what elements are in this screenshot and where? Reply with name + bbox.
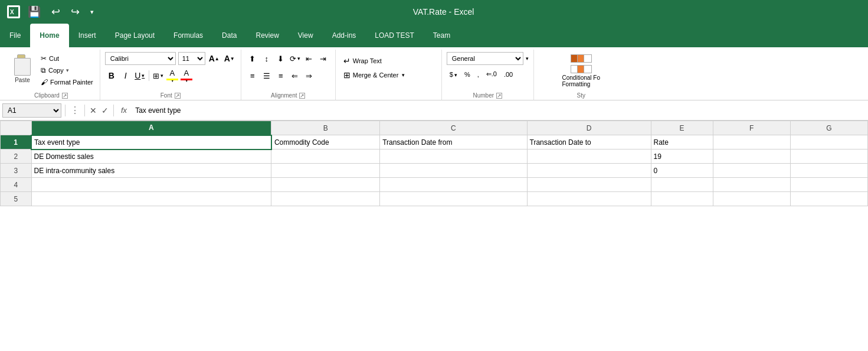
row-num-4[interactable]: 4 [1, 178, 32, 192]
col-header-d[interactable]: D [527, 121, 651, 135]
tab-insert[interactable]: Insert [69, 24, 106, 47]
cell-g3[interactable] [790, 164, 867, 178]
tab-review[interactable]: Review [246, 24, 288, 47]
col-header-b[interactable]: B [271, 121, 380, 135]
decrease-font-button[interactable]: A▼ [223, 52, 236, 65]
italic-button[interactable]: I [119, 69, 132, 82]
cell-f2[interactable] [713, 150, 790, 164]
tab-addins[interactable]: Add-ins [323, 24, 366, 47]
cell-e3[interactable]: 0 [651, 164, 713, 178]
tab-loadtest[interactable]: LOAD TEST [365, 24, 423, 47]
cell-a1[interactable]: Tax event type [31, 135, 271, 150]
indent-increase-button[interactable]: ⇥ [317, 52, 330, 65]
col-header-e[interactable]: E [651, 121, 713, 135]
cell-a4[interactable] [31, 178, 271, 192]
merge-center-button[interactable]: ⊞ Merge & Center ▾ [340, 69, 437, 82]
cell-b2[interactable] [271, 150, 380, 164]
formula-input[interactable] [133, 103, 866, 118]
undo-button[interactable]: ↩ [48, 4, 63, 20]
tab-team[interactable]: Team [424, 24, 460, 47]
indent-decrease-button[interactable]: ⇤ [303, 52, 316, 65]
cell-f5[interactable] [713, 192, 790, 206]
cell-f3[interactable] [713, 164, 790, 178]
cell-g4[interactable] [790, 178, 867, 192]
cancel-formula-button[interactable]: ✕ [89, 105, 98, 116]
align-bottom-button[interactable]: ⬇ [274, 52, 287, 65]
align-top-button[interactable]: ⬆ [246, 52, 259, 65]
format-painter-button[interactable]: 🖌 Format Painter [39, 77, 95, 87]
wrap-text-button[interactable]: ↵ Wrap Text [340, 54, 437, 67]
orientation-button[interactable]: ⟳▾ [289, 52, 302, 65]
cell-c3[interactable] [380, 164, 527, 178]
cell-b3[interactable] [271, 164, 380, 178]
number-expand-icon[interactable]: ↗ [496, 93, 502, 99]
cut-button[interactable]: ✂ Cut [39, 53, 95, 64]
cell-c2[interactable] [380, 150, 527, 164]
cell-e4[interactable] [651, 178, 713, 192]
cell-d2[interactable] [527, 150, 651, 164]
alignment-expand-icon[interactable]: ↗ [299, 93, 305, 99]
bold-button[interactable]: B [105, 69, 118, 82]
col-header-a[interactable]: A [31, 121, 271, 135]
cell-e2[interactable]: 19 [651, 150, 713, 164]
increase-indent-button[interactable]: ⇒ [303, 69, 316, 82]
increase-decimal-button[interactable]: .00 [501, 69, 516, 80]
comma-button[interactable]: , [474, 69, 482, 80]
number-format-select[interactable]: General [447, 52, 523, 65]
decrease-indent-button[interactable]: ⇐ [289, 69, 302, 82]
increase-font-button[interactable]: A▲ [208, 52, 221, 65]
percent-button[interactable]: % [461, 69, 473, 80]
cell-f4[interactable] [713, 178, 790, 192]
font-color-button[interactable]: A ▾ [180, 69, 193, 82]
cell-a5[interactable] [31, 192, 271, 206]
col-header-f[interactable]: F [713, 121, 790, 135]
font-size-select[interactable]: 11 [178, 52, 205, 65]
tab-formulas[interactable]: Formulas [164, 24, 212, 47]
cell-d1[interactable]: Transaction Date to [527, 135, 651, 150]
row-num-1[interactable]: 1 [1, 135, 32, 150]
save-button[interactable]: 💾 [25, 4, 44, 20]
row-num-2[interactable]: 2 [1, 150, 32, 164]
cell-g5[interactable] [790, 192, 867, 206]
cell-c4[interactable] [380, 178, 527, 192]
cell-d3[interactable] [527, 164, 651, 178]
col-header-c[interactable]: C [380, 121, 527, 135]
align-left-button[interactable]: ≡ [246, 69, 259, 82]
tab-page-layout[interactable]: Page Layout [106, 24, 164, 47]
cell-e1[interactable]: Rate [651, 135, 713, 150]
border-button[interactable]: ⊞ ▾ [152, 69, 165, 82]
copy-button[interactable]: ⧉ Copy ▾ [39, 65, 95, 76]
cell-a2[interactable]: DE Domestic sales [31, 150, 271, 164]
formula-bar-dots-button[interactable]: ⋮ [69, 103, 81, 117]
redo-button[interactable]: ↪ [68, 4, 83, 20]
quick-access-more-button[interactable]: ▾ [87, 7, 97, 17]
tab-home[interactable]: Home [30, 24, 68, 47]
underline-button[interactable]: U ▾ [133, 69, 146, 82]
cell-b5[interactable] [271, 192, 380, 206]
row-num-3[interactable]: 3 [1, 164, 32, 178]
col-header-g[interactable]: G [790, 121, 867, 135]
font-expand-icon[interactable]: ↗ [175, 93, 181, 99]
cell-a3[interactable]: DE intra-community sales [31, 164, 271, 178]
clipboard-expand-icon[interactable]: ↗ [62, 93, 68, 99]
currency-button[interactable]: $▾ [447, 69, 460, 80]
conditional-formatting-button[interactable]: Conditional Fo Formatting [559, 52, 604, 90]
cell-b1[interactable]: Commodity Code [271, 135, 380, 150]
decrease-decimal-button[interactable]: ⇐.0 [483, 69, 500, 80]
font-name-select[interactable]: Calibri [105, 52, 176, 65]
tab-file[interactable]: File [0, 24, 30, 47]
cell-g2[interactable] [790, 150, 867, 164]
cell-d4[interactable] [527, 178, 651, 192]
paste-button[interactable]: Paste [7, 52, 38, 86]
cell-c1[interactable]: Transaction Date from [380, 135, 527, 150]
row-num-5[interactable]: 5 [1, 192, 32, 206]
confirm-formula-button[interactable]: ✓ [100, 105, 110, 116]
fill-color-button[interactable]: A ▾ [166, 69, 179, 82]
cell-b4[interactable] [271, 178, 380, 192]
align-center-button[interactable]: ☰ [260, 69, 273, 82]
cell-f1[interactable] [713, 135, 790, 150]
cell-d5[interactable] [527, 192, 651, 206]
cell-c5[interactable] [380, 192, 527, 206]
cell-e5[interactable] [651, 192, 713, 206]
align-right-button[interactable]: ≡ [274, 69, 287, 82]
